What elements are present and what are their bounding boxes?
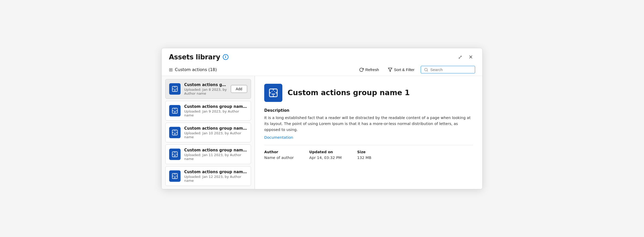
modal-actions-top: ⤢ ✕: [456, 53, 475, 61]
detail-custom-action-icon: [268, 88, 278, 98]
item-info: Custom actions group name 5 Uploaded: Ja…: [184, 170, 247, 183]
add-button[interactable]: Add: [231, 85, 247, 93]
item-meta: Uploaded: Jan 12 2023, by Author name: [184, 175, 247, 183]
refresh-label: Refresh: [365, 67, 379, 72]
section-title: ⊞ Custom actions (18): [169, 67, 217, 72]
detail-author-value: Name of author: [264, 156, 294, 160]
item-name: Custom actions group name 3: [184, 126, 247, 131]
detail-panel: Custom actions group name 1 Description …: [255, 76, 482, 189]
detail-divider: [264, 145, 473, 145]
item-meta: Uploaded: Jan 8 2023, by Author name: [184, 88, 227, 95]
item-icon-box: [169, 149, 181, 160]
custom-action-icon: [171, 129, 178, 136]
item-info: Custom actions group name 2 Uploaded: Ja…: [184, 104, 247, 117]
item-info: Custom actions group name 4 Uploaded: Ja…: [184, 148, 247, 161]
assets-library-modal: Assets library i ⤢ ✕ ⊞ Custom actions (1…: [161, 48, 483, 189]
info-icon[interactable]: i: [223, 54, 228, 60]
detail-header: Custom actions group name 1: [264, 84, 473, 102]
list-item[interactable]: Custom actions group name 2 Uploaded: Ja…: [165, 101, 251, 121]
close-button[interactable]: ✕: [467, 53, 475, 61]
sort-filter-label: Sort & Filter: [394, 67, 414, 72]
subheader-controls: Refresh Sort & Filter: [356, 66, 475, 74]
item-name: Custom actions group name 2: [184, 104, 247, 109]
modal-title-area: Assets library i: [169, 53, 228, 61]
documentation-link[interactable]: Documentation: [264, 135, 293, 140]
custom-action-icon: [171, 107, 178, 114]
section-label: Custom actions (18): [175, 67, 217, 72]
custom-actions-icon: ⊞: [169, 67, 173, 72]
item-info: Custom actions group name 1 Uploaded: Ja…: [184, 82, 227, 95]
item-icon-box: [169, 83, 181, 95]
detail-description-label: Description: [264, 108, 473, 113]
item-icon-box: [169, 127, 181, 138]
item-meta: Uploaded: Jan 11 2023, by Author name: [184, 153, 247, 161]
list-item[interactable]: Custom actions group name 1 Uploaded: Ja…: [165, 79, 251, 99]
expand-button[interactable]: ⤢: [456, 53, 464, 61]
detail-author-label: Author: [264, 150, 294, 154]
search-box: [421, 66, 475, 73]
item-name: Custom actions group name 5: [184, 170, 247, 174]
detail-updated-label: Updated on: [309, 150, 342, 154]
detail-description-text: It is a long established fact that a rea…: [264, 115, 473, 133]
refresh-button[interactable]: Refresh: [356, 66, 382, 74]
custom-action-icon: [171, 151, 178, 158]
detail-meta-row: Author Name of author Updated on Apr 14,…: [264, 150, 473, 160]
detail-size-label: Size: [357, 150, 371, 154]
list-panel: Custom actions group name 1 Uploaded: Ja…: [162, 76, 255, 189]
item-meta: Uploaded: Jan 9 2023, by Author name: [184, 109, 247, 117]
item-name: Custom actions group name 4: [184, 148, 247, 152]
detail-title: Custom actions group name 1: [288, 88, 410, 97]
filter-icon: [388, 67, 392, 72]
detail-author-col: Author Name of author: [264, 150, 294, 160]
svg-line-2: [427, 71, 428, 71]
detail-icon-box: [264, 84, 282, 102]
custom-action-icon: [171, 173, 178, 179]
item-info: Custom actions group name 3 Uploaded: Ja…: [184, 126, 247, 139]
modal-title: Assets library: [169, 53, 220, 61]
refresh-icon: [359, 67, 364, 72]
search-input[interactable]: [430, 67, 472, 72]
sort-filter-button[interactable]: Sort & Filter: [385, 66, 417, 74]
detail-size-value: 132 MB: [357, 156, 371, 160]
modal-subheader: ⊞ Custom actions (18) Refresh Sort & Fil…: [162, 64, 482, 76]
search-icon: [424, 68, 428, 72]
item-icon-box: [169, 105, 181, 116]
detail-updated-value: Apr 14, 03:32 PM: [309, 156, 342, 160]
item-name: Custom actions group name 1: [184, 82, 227, 87]
detail-updated-col: Updated on Apr 14, 03:32 PM: [309, 150, 342, 160]
list-item[interactable]: Custom actions group name 3 Uploaded: Ja…: [165, 123, 251, 142]
detail-size-col: Size 132 MB: [357, 150, 371, 160]
modal-header: Assets library i ⤢ ✕: [162, 48, 482, 64]
svg-marker-0: [388, 68, 392, 72]
custom-action-icon: [171, 86, 178, 92]
item-icon-box: [169, 170, 181, 182]
modal-body: Custom actions group name 1 Uploaded: Ja…: [162, 76, 482, 189]
list-item[interactable]: Custom actions group name 4 Uploaded: Ja…: [165, 144, 251, 164]
item-meta: Uploaded: Jan 10 2023, by Author name: [184, 131, 247, 139]
list-item[interactable]: Custom actions group name 5 Uploaded: Ja…: [165, 166, 251, 186]
